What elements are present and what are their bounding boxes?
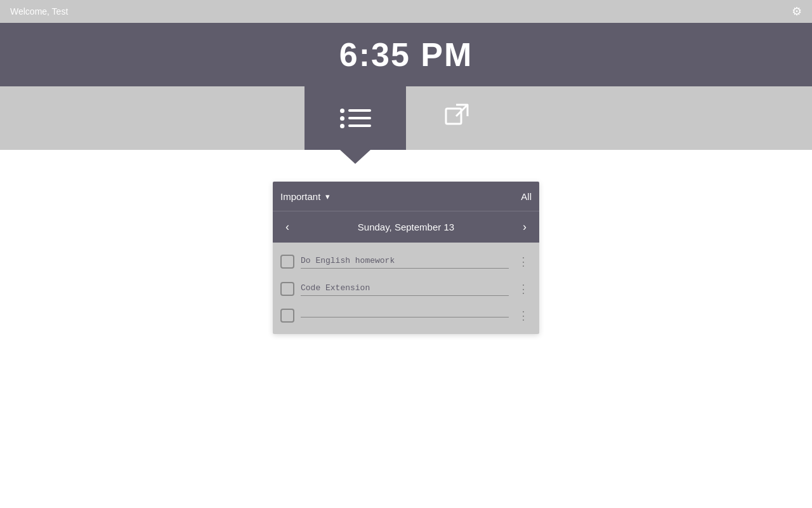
- task-checkbox-2[interactable]: [280, 282, 294, 296]
- task-panel: Important ▾ All ‹ Sunday, September 13 ›…: [273, 182, 539, 334]
- gear-icon[interactable]: ⚙: [792, 4, 802, 18]
- clock-banner: 6:35 PM: [0, 23, 812, 86]
- tasks-tab-button[interactable]: [304, 86, 406, 150]
- panel-header: Important ▾ All: [273, 182, 539, 211]
- main-content: Important ▾ All ‹ Sunday, September 13 ›…: [0, 150, 812, 334]
- task-checkbox-3[interactable]: [280, 309, 294, 323]
- list-line: [348, 117, 371, 119]
- task-menu-1[interactable]: ⋮: [515, 255, 532, 269]
- panel-header-left: Important ▾: [280, 191, 330, 202]
- task-text-1: Do English homework: [301, 256, 395, 265]
- task-text-wrapper-2: Code Extension: [301, 281, 509, 296]
- list-icon: [340, 109, 371, 128]
- icon-bar: [0, 86, 812, 150]
- date-label: Sunday, September 13: [358, 222, 454, 232]
- filter-label: Important: [280, 191, 320, 202]
- task-item: Do English homework ⋮: [273, 248, 539, 275]
- task-menu-2[interactable]: ⋮: [515, 282, 532, 296]
- task-text-2: Code Extension: [301, 283, 370, 293]
- list-row-1: [340, 109, 371, 113]
- date-nav: ‹ Sunday, September 13 ›: [273, 211, 539, 243]
- list-dot: [340, 109, 344, 113]
- svg-rect-0: [446, 109, 461, 124]
- task-text-wrapper-1: Do English homework: [301, 254, 509, 269]
- list-row-3: [340, 124, 371, 128]
- task-list: Do English homework ⋮ Code Extension ⋮ ⋮: [273, 243, 539, 334]
- list-line: [348, 109, 371, 112]
- external-link-icon: [443, 102, 470, 135]
- external-tab-button[interactable]: [406, 86, 508, 150]
- task-text-wrapper-3: [301, 314, 509, 318]
- prev-date-button[interactable]: ‹: [280, 220, 294, 234]
- list-row-2: [340, 116, 371, 121]
- top-bar: Welcome, Test ⚙: [0, 0, 812, 23]
- task-item: ⋮: [273, 302, 539, 329]
- welcome-text: Welcome, Test: [10, 6, 68, 17]
- next-date-button[interactable]: ›: [518, 220, 532, 234]
- filter-all-button[interactable]: All: [521, 191, 532, 202]
- task-item: Code Extension ⋮: [273, 275, 539, 302]
- clock-time: 6:35 PM: [339, 36, 473, 74]
- list-line: [348, 124, 371, 127]
- list-dot: [340, 116, 344, 121]
- task-checkbox-1[interactable]: [280, 255, 294, 269]
- list-dot: [340, 124, 344, 128]
- external-icon-svg: [443, 102, 470, 129]
- chevron-down-icon[interactable]: ▾: [325, 192, 330, 201]
- task-menu-3[interactable]: ⋮: [515, 309, 532, 323]
